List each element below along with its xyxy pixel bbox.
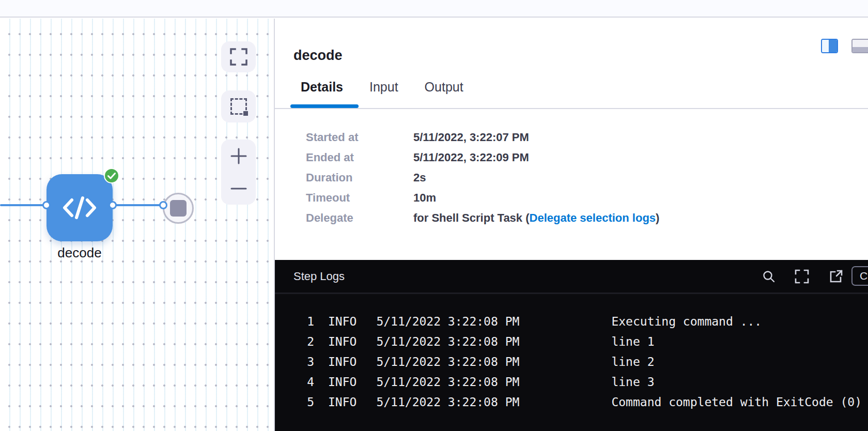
log-line-number: 3	[275, 355, 314, 368]
log-line: 5 INFO 5/11/2022 3:22:08 PM Command comp…	[275, 392, 868, 412]
log-level: INFO	[328, 395, 357, 409]
top-bar	[0, 0, 868, 18]
edge-incoming	[0, 204, 47, 206]
stop-icon	[170, 200, 187, 217]
zoom-out-button[interactable]	[221, 172, 256, 205]
log-timestamp: 5/11/2022 3:22:08 PM	[376, 355, 555, 368]
log-timestamp: 5/11/2022 3:22:08 PM	[376, 335, 555, 348]
tab-bar: Details Input Output	[301, 80, 463, 95]
log-line: 4 INFO 5/11/2022 3:22:08 PM line 3	[275, 372, 868, 392]
details-list: Started at 5/11/2022, 3:22:07 PM Ended a…	[306, 127, 659, 228]
log-level: INFO	[328, 315, 357, 328]
zoom-controls	[221, 140, 256, 205]
step-logs-title: Step Logs	[293, 270, 345, 283]
log-level: INFO	[328, 355, 357, 368]
tab-input[interactable]: Input	[369, 80, 398, 95]
tab-bar-divider	[275, 108, 868, 109]
split-bottom-view-icon	[853, 40, 868, 47]
delegate-selection-logs-link[interactable]: Delegate selection logs	[530, 211, 656, 224]
log-line-number: 2	[275, 335, 314, 348]
node-port-left[interactable]	[42, 201, 51, 209]
split-bottom-view-toggle[interactable]	[851, 39, 868, 53]
page-title: decode	[293, 48, 343, 64]
log-message: line 1	[611, 335, 654, 348]
log-timestamp: 5/11/2022 3:22:08 PM	[376, 315, 555, 328]
marquee-select-icon	[230, 98, 247, 115]
detail-row-timeout: Timeout 10m	[306, 188, 659, 208]
tab-output[interactable]: Output	[425, 80, 463, 95]
log-line-number: 1	[275, 315, 314, 328]
log-timestamp: 5/11/2022 3:22:08 PM	[376, 395, 555, 409]
log-line: 2 INFO 5/11/2022 3:22:08 PM line 1	[275, 331, 868, 351]
node-port-right[interactable]	[109, 201, 117, 209]
log-level: INFO	[328, 375, 357, 389]
active-tab-underline	[290, 104, 359, 108]
fit-view-button[interactable]	[221, 41, 256, 72]
log-level: INFO	[328, 335, 357, 348]
tab-details[interactable]: Details	[301, 80, 343, 95]
log-message: Command completed with ExitCode (0)	[611, 395, 862, 409]
code-icon	[61, 193, 98, 223]
log-line-number: 4	[275, 375, 314, 389]
log-message: line 3	[611, 375, 654, 389]
success-badge	[104, 168, 119, 183]
check-icon	[107, 173, 116, 179]
log-open-in-new-button[interactable]	[828, 269, 844, 284]
log-message: line 2	[611, 355, 654, 368]
fit-view-icon	[230, 48, 247, 66]
log-line-number: 5	[275, 395, 314, 409]
detail-row-duration: Duration 2s	[306, 167, 659, 188]
end-node-port[interactable]	[159, 201, 167, 209]
log-line: 3 INFO 5/11/2022 3:22:08 PM line 2	[275, 351, 868, 372]
log-timestamp: 5/11/2022 3:22:08 PM	[376, 375, 555, 389]
step-logs-panel: Step Logs	[275, 260, 868, 431]
split-right-view-toggle[interactable]	[821, 39, 838, 53]
node-label: decode	[33, 245, 126, 261]
log-lines[interactable]: 1 INFO 5/11/2022 3:22:08 PM Executing co…	[275, 294, 868, 412]
detail-row-started-at: Started at 5/11/2022, 3:22:07 PM	[306, 127, 659, 147]
edge-outgoing	[113, 204, 164, 206]
zoom-in-button[interactable]	[221, 140, 256, 172]
step-details-panel: decode Details Input Output Started at 5…	[275, 19, 868, 431]
log-line: 1 INFO 5/11/2022 3:22:08 PM Executing co…	[275, 311, 868, 331]
log-search-button[interactable]	[761, 269, 777, 284]
log-message: Executing command ...	[611, 315, 762, 328]
marquee-select-button[interactable]	[221, 90, 256, 122]
step-logs-header: Step Logs	[275, 260, 868, 293]
pipeline-node-decode[interactable]	[47, 174, 113, 241]
detail-row-ended-at: Ended at 5/11/2022, 3:22:09 PM	[306, 147, 659, 167]
search-icon	[762, 270, 776, 283]
log-expand-button[interactable]	[794, 269, 810, 284]
split-right-view-icon	[822, 40, 829, 52]
pipeline-canvas[interactable]: decode	[0, 19, 274, 431]
expand-icon	[795, 269, 809, 284]
open-in-new-icon	[829, 269, 843, 284]
console-view-button[interactable]: C	[851, 266, 868, 286]
pipeline-end-node[interactable]	[163, 193, 194, 224]
detail-row-delegate: Delegate for Shell Script Task (Delegate…	[306, 208, 659, 228]
